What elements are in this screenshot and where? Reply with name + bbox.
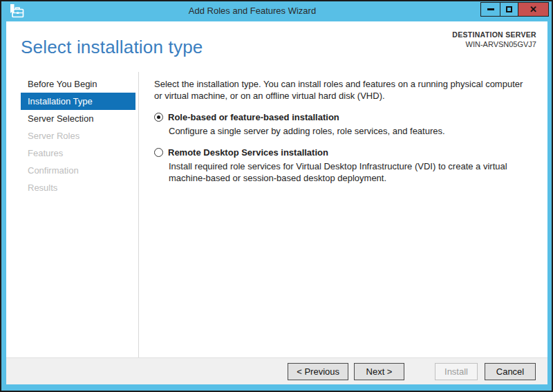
intro-text: Select the installation type. You can in…	[154, 78, 531, 102]
wizard-footer: < Previous Next > Install Cancel	[6, 357, 547, 384]
role-based-radio-row[interactable]: Role-based or feature-based installation	[154, 112, 531, 122]
destination-server-name: WIN-ARVSN05GVJ7	[452, 40, 536, 48]
role-based-label: Role-based or feature-based installation	[168, 112, 339, 122]
destination-server-label: DESTINATION SERVER	[452, 30, 536, 39]
minimize-button[interactable]	[480, 2, 500, 17]
next-button[interactable]: Next >	[354, 363, 404, 380]
server-manager-icon	[9, 3, 24, 19]
sidebar-item-features: Features	[21, 144, 135, 162]
option-remote-desktop: Remote Desktop Services installation Ins…	[154, 147, 531, 184]
wizard-window: Add Roles and Features Wizard ✕ Select i…	[1, 1, 552, 391]
sidebar-item-server-roles: Server Roles	[21, 127, 135, 144]
remote-desktop-radio-row[interactable]: Remote Desktop Services installation	[154, 147, 531, 158]
wizard-client-area: Select installation type DESTINATION SER…	[6, 21, 547, 384]
remote-desktop-description: Install required role services for Virtu…	[169, 160, 531, 184]
page-header: Select installation type DESTINATION SER…	[6, 21, 547, 72]
main-area: Before You Begin Installation Type Serve…	[6, 72, 547, 357]
destination-server-block: DESTINATION SERVER WIN-ARVSN05GVJ7	[452, 30, 536, 48]
close-icon: ✕	[529, 5, 537, 14]
remote-desktop-radio[interactable]	[154, 148, 163, 157]
role-based-radio[interactable]	[154, 113, 163, 122]
cancel-button[interactable]: Cancel	[485, 363, 536, 380]
maximize-icon	[506, 6, 512, 12]
sidebar-item-before-you-begin[interactable]: Before You Begin	[21, 75, 135, 93]
minimize-icon	[487, 8, 494, 10]
option-role-based: Role-based or feature-based installation…	[154, 112, 531, 137]
install-button: Install	[435, 363, 478, 380]
maximize-button[interactable]	[500, 2, 518, 17]
window-title: Add Roles and Features Wizard	[43, 1, 462, 20]
sidebar-item-installation-type[interactable]: Installation Type	[21, 93, 135, 110]
role-based-description: Configure a single server by adding role…	[169, 125, 531, 137]
sidebar-item-server-selection[interactable]: Server Selection	[21, 110, 135, 127]
remote-desktop-label: Remote Desktop Services installation	[168, 147, 328, 158]
page-content: Select the installation type. You can in…	[139, 72, 547, 357]
previous-button[interactable]: < Previous	[288, 363, 348, 380]
sidebar-item-confirmation: Confirmation	[21, 162, 135, 179]
wizard-steps-sidebar: Before You Begin Installation Type Serve…	[6, 72, 139, 357]
close-button[interactable]: ✕	[518, 2, 549, 17]
window-controls: ✕	[481, 2, 549, 17]
title-bar: Add Roles and Features Wizard ✕	[1, 1, 552, 20]
sidebar-item-results: Results	[21, 179, 135, 196]
